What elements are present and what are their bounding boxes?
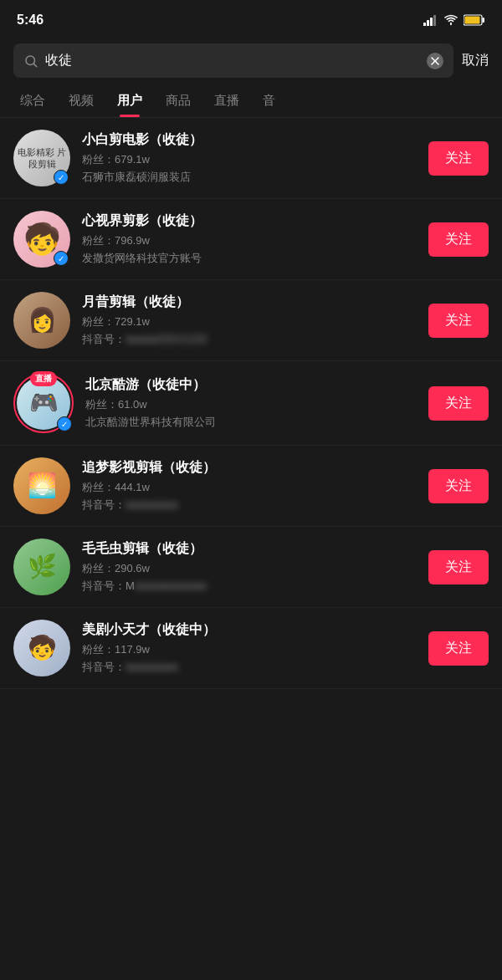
avatar-text: 👩 — [28, 305, 57, 335]
search-query: 收徒 — [45, 52, 420, 69]
user-fans: 粉丝：61.0w — [85, 397, 417, 412]
clear-button[interactable] — [427, 53, 443, 69]
tab-product[interactable]: 商品 — [154, 84, 202, 117]
list-item[interactable]: 🧒 ✓ 心视界剪影（收徒） 粉丝：796.9w 发撒货网络科技官方账号 关注 — [0, 199, 502, 280]
verify-badge: ✓ — [54, 170, 69, 185]
user-info: 追梦影视剪辑（收徒） 粉丝：444.1w 抖音号：●●●●●●●● — [82, 459, 417, 513]
avatar-wrapper: 🧒 — [13, 620, 70, 676]
wifi-icon — [443, 14, 458, 26]
search-bar: 收徒 取消 — [0, 37, 502, 84]
follow-button[interactable]: 关注 — [428, 304, 489, 338]
blurred-id: ●●●●●●●● — [126, 661, 178, 673]
user-info: 小白剪电影（收徒） 粉丝：679.1w 石狮市康磊硕润服装店 — [82, 131, 417, 185]
user-fans: 粉丝：679.1w — [82, 152, 417, 167]
user-sub: 北京酷游世界科技有限公司 — [85, 415, 417, 430]
user-name: 北京酷游（收徒中） — [85, 376, 417, 394]
user-sub: 抖音号：M●●●●●●●●●●● — [82, 579, 417, 594]
follow-button[interactable]: 关注 — [428, 631, 489, 666]
tab-video[interactable]: 视频 — [57, 84, 105, 117]
avatar-text: 🌿 — [28, 552, 57, 582]
follow-button[interactable]: 关注 — [428, 550, 489, 584]
user-sub: 石狮市康磊硕润服装店 — [82, 170, 417, 185]
user-list: 电影精彩 片段剪辑 ✓ 小白剪电影（收徒） 粉丝：679.1w 石狮市康磊硕润服… — [0, 118, 502, 689]
list-item[interactable]: 🌅 追梦影视剪辑（收徒） 粉丝：444.1w 抖音号：●●●●●●●● 关注 — [0, 446, 502, 527]
search-input-wrapper[interactable]: 收徒 — [13, 43, 453, 78]
list-item[interactable]: 👩 月昔剪辑（收徒） 粉丝：729.1w 抖音号：●●●●●59541028 关… — [0, 280, 502, 361]
user-fans: 粉丝：729.1w — [82, 314, 417, 329]
avatar-wrapper: 电影精彩 片段剪辑 ✓ — [13, 130, 70, 186]
avatar: 🧒 — [13, 620, 70, 676]
svg-rect-2 — [430, 18, 433, 26]
user-name: 心视界剪影（收徒） — [82, 212, 417, 230]
status-bar: 5:46 — [0, 0, 502, 37]
avatar: 🌿 — [13, 538, 70, 595]
list-item[interactable]: 🧒 美剧小天才（收徒中） 粉丝：117.9w 抖音号：●●●●●●●● 关注 — [0, 608, 502, 689]
status-icons — [423, 14, 485, 26]
user-name: 美剧小天才（收徒中） — [82, 621, 417, 639]
tabs: 综合 视频 用户 商品 直播 音 — [0, 84, 502, 118]
user-name: 小白剪电影（收徒） — [82, 131, 417, 149]
svg-rect-1 — [427, 20, 429, 26]
avatar-wrapper: 🌿 — [13, 538, 70, 595]
follow-button[interactable]: 关注 — [428, 141, 489, 176]
user-fans: 粉丝：117.9w — [82, 642, 417, 657]
user-name: 毛毛虫剪辑（收徒） — [82, 540, 417, 558]
user-name: 月昔剪辑（收徒） — [82, 293, 417, 311]
avatar-wrapper: 🎮 直播 ✓ — [13, 373, 74, 433]
battery-icon — [464, 14, 485, 26]
tab-user[interactable]: 用户 — [105, 84, 154, 117]
user-sub: 抖音号：●●●●●●●● — [82, 498, 417, 513]
avatar-wrapper: 🌅 — [13, 457, 70, 514]
svg-rect-6 — [465, 17, 480, 24]
status-time: 5:46 — [17, 13, 44, 28]
tab-live[interactable]: 直播 — [202, 84, 251, 117]
live-badge: 直播 — [30, 371, 57, 386]
user-sub: 抖音号：●●●●●59541028 — [82, 332, 417, 347]
user-info: 美剧小天才（收徒中） 粉丝：117.9w 抖音号：●●●●●●●● — [82, 621, 417, 675]
verify-badge: ✓ — [57, 416, 72, 431]
follow-button[interactable]: 关注 — [428, 469, 489, 503]
user-sub: 发撒货网络科技官方账号 — [82, 251, 417, 266]
user-info: 心视界剪影（收徒） 粉丝：796.9w 发撒货网络科技官方账号 — [82, 212, 417, 266]
user-sub: 抖音号：●●●●●●●● — [82, 660, 417, 675]
blurred-id: ●●●●●●●●●●● — [135, 579, 207, 592]
user-fans: 粉丝：444.1w — [82, 480, 417, 495]
avatar-wrapper: 🧒 ✓ — [13, 211, 70, 268]
clear-icon — [431, 57, 439, 65]
avatar-text: 电影精彩 片段剪辑 — [13, 146, 70, 171]
svg-rect-5 — [483, 18, 485, 23]
list-item[interactable]: 🌿 毛毛虫剪辑（收徒） 粉丝：290.6w 抖音号：M●●●●●●●●●●● 关… — [0, 527, 502, 608]
user-info: 月昔剪辑（收徒） 粉丝：729.1w 抖音号：●●●●●59541028 — [82, 293, 417, 347]
avatar: 👩 — [13, 292, 70, 349]
user-name: 追梦影视剪辑（收徒） — [82, 459, 417, 477]
user-fans: 粉丝：290.6w — [82, 561, 417, 576]
tab-composite[interactable]: 综合 — [8, 84, 57, 117]
blurred-id: ●●●●●59541028 — [126, 333, 207, 345]
follow-button[interactable]: 关注 — [428, 222, 489, 257]
search-icon — [23, 54, 38, 69]
avatar-text: 🎮 — [29, 388, 59, 418]
verify-badge: ✓ — [54, 251, 69, 266]
user-fans: 粉丝：796.9w — [82, 233, 417, 248]
list-item[interactable]: 🎮 直播 ✓ 北京酷游（收徒中） 粉丝：61.0w 北京酷游世界科技有限公司 关… — [0, 361, 502, 446]
blurred-id: ●●●●●●●● — [126, 498, 178, 511]
user-info: 北京酷游（收徒中） 粉丝：61.0w 北京酷游世界科技有限公司 — [85, 376, 417, 430]
avatar-text: 🌅 — [28, 471, 57, 501]
svg-rect-3 — [433, 15, 436, 26]
tab-music[interactable]: 音 — [251, 84, 287, 117]
cancel-button[interactable]: 取消 — [462, 48, 489, 73]
avatar: 🌅 — [13, 457, 70, 514]
avatar-wrapper: 👩 — [13, 292, 70, 349]
follow-button[interactable]: 关注 — [428, 386, 489, 421]
list-item[interactable]: 电影精彩 片段剪辑 ✓ 小白剪电影（收徒） 粉丝：679.1w 石狮市康磊硕润服… — [0, 118, 502, 199]
user-info: 毛毛虫剪辑（收徒） 粉丝：290.6w 抖音号：M●●●●●●●●●●● — [82, 540, 417, 594]
avatar-text: 🧒 — [28, 633, 57, 663]
svg-rect-0 — [423, 23, 426, 26]
signal-icon — [423, 14, 438, 26]
